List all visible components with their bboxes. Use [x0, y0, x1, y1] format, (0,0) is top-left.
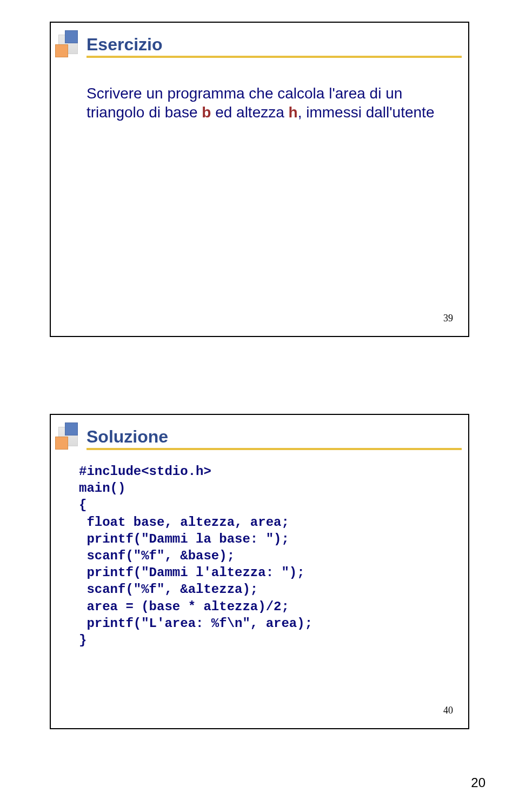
slide-1: Esercizio Scrivere un programma che calc…: [50, 22, 469, 337]
page: Esercizio Scrivere un programma che calc…: [0, 0, 519, 812]
slide-title: Esercizio: [86, 35, 163, 54]
code-block: #include<stdio.h> main() { float base, a…: [57, 463, 462, 649]
slide-number: 40: [443, 705, 453, 716]
title-decor-icon: [57, 34, 81, 57]
slide-title: Soluzione: [86, 427, 168, 446]
slide-2: Soluzione #include<stdio.h> main() { flo…: [50, 414, 469, 729]
slide-body: Scrivere un programma che calcola l'area…: [57, 84, 462, 122]
slide-title-row: Soluzione: [57, 427, 462, 447]
body-text-3: , immessi dall'utente: [298, 104, 435, 121]
title-underline: [86, 448, 462, 450]
body-text-2: ed altezza: [211, 104, 288, 121]
slide-number: 39: [443, 313, 453, 324]
title-decor-icon: [57, 426, 81, 450]
var-b: b: [202, 104, 211, 121]
title-underline: [86, 56, 462, 58]
slide-title-row: Esercizio: [57, 35, 462, 55]
page-number: 20: [471, 775, 485, 790]
var-h: h: [289, 104, 298, 121]
